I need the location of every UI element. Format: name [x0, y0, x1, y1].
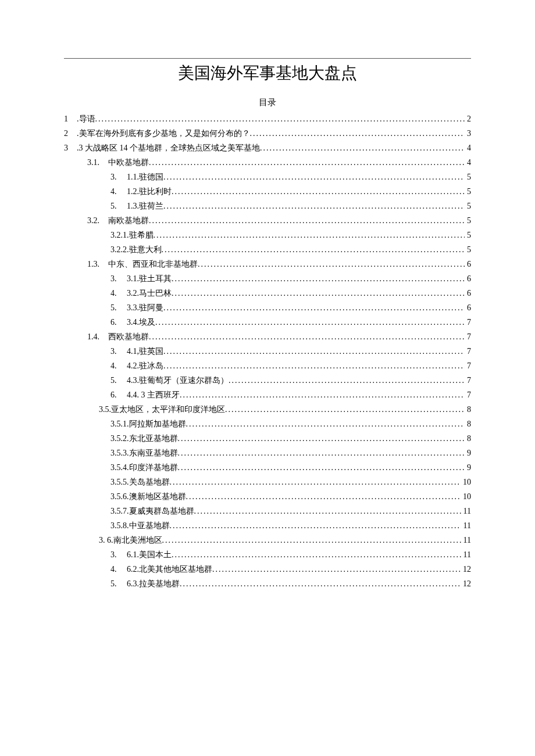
toc-leader-dots — [250, 130, 465, 138]
toc-entry[interactable]: 3.5.3.东南亚基地群9 — [64, 446, 471, 460]
toc-entry-label: 2.美军在海外到底有多少基地，又是如何分布的？ — [64, 130, 250, 138]
toc-leader-dots — [95, 115, 465, 123]
toc-entry-page: 4 — [465, 144, 471, 152]
toc-entry[interactable]: 4.3.2.马士巴林6 — [64, 286, 471, 300]
toc-entry-text: 6.南北美洲地区 — [105, 536, 162, 544]
toc-entry-text: 3.2.马士巴林 — [127, 289, 172, 298]
toc-entry-label: 1.导语 — [64, 115, 95, 123]
toc-entry-label: 3.5.2.东北亚基地群 — [110, 435, 178, 443]
toc-entry[interactable]: 1.导语2 — [64, 112, 471, 126]
toc-entry[interactable]: 3.5.7.夏威夷群岛基地群11 — [64, 504, 471, 518]
toc-leader-dots — [170, 522, 461, 530]
toc-leader-dots — [260, 144, 465, 152]
toc-entry-text: 3.5.3.东南亚基地群 — [110, 449, 178, 457]
toc-entry-page: 11 — [461, 507, 471, 515]
toc-entry[interactable]: 3.5.4.印度洋基地群9 — [64, 460, 471, 475]
toc-entry-text: 中欧基地群 — [108, 158, 149, 167]
toc-entry[interactable]: 5.1.3.驻荷兰5 — [64, 199, 471, 213]
toc-entry-number: 3. — [110, 173, 127, 181]
toc-entry-label: 4.3.2.马士巴林 — [110, 289, 172, 298]
toc-entry[interactable]: 6.3.4.埃及7 — [64, 315, 471, 329]
toc-entry[interactable]: 3.1.中欧基地群 4 — [64, 155, 471, 170]
toc-entry-text: 3.1.驻土耳其 — [127, 274, 172, 283]
toc-entry[interactable]: 4.1.2.驻比利时5 — [64, 184, 471, 199]
toc-leader-dots — [180, 580, 461, 588]
toc-entry-page: 10 — [461, 493, 471, 501]
toc-entry[interactable]: 3. 6.南北美洲地区 11 — [64, 533, 471, 547]
toc-entry[interactable]: 3.5.8.中亚基地群11 — [64, 518, 471, 533]
toc-entry-label: 6.4.4. 3 主西班牙 — [110, 391, 180, 399]
toc-entry-text: 3.5.7.夏威夷群岛基地群 — [110, 507, 194, 515]
toc-entry[interactable]: 3.2.1.驻希腊5 — [64, 228, 471, 242]
toc-entry[interactable]: 5.3.3.驻阿曼6 — [64, 300, 471, 315]
toc-entry[interactable]: 3.5.1.阿拉斯加基地群8 — [64, 417, 471, 431]
toc-entry[interactable]: 3.4.1,驻英国7 — [64, 344, 471, 359]
toc-entry-label: 3.3 大战略区 14 个基地群，全球热点区域之美军基地 — [64, 144, 260, 152]
toc-entry[interactable]: 3.5.2.东北亚基地群8 — [64, 431, 471, 446]
toc-entry-text: 4.4. 3 主西班牙 — [127, 390, 180, 399]
toc-entry[interactable]: 1.3.中东、西亚和北非基地群 6 — [64, 257, 471, 271]
toc-entry[interactable]: 3.5.5.关岛基地群10 — [64, 475, 471, 489]
toc-entry-text: 3.5.2.东北亚基地群 — [110, 434, 178, 443]
toc-entry[interactable]: 3.1.1.驻德国5 — [64, 170, 471, 184]
toc-entry-label: 1.4.西欧基地群 — [87, 333, 149, 341]
toc-entry-label: 5.3.3.驻阿曼 — [110, 304, 163, 312]
toc-entry[interactable]: 4.4.2.驻冰岛7 — [64, 359, 471, 373]
toc-leader-dots — [178, 435, 465, 443]
toc-leader-dots — [212, 565, 461, 574]
toc-entry-number: 3. — [110, 275, 127, 283]
toc-entry-text: 南欧基地群 — [108, 216, 149, 225]
toc-entry[interactable]: 3.3.1.驻土耳其6 — [64, 271, 471, 286]
toc-entry-number: 3 — [64, 144, 77, 152]
toc-leader-dots — [162, 536, 461, 544]
toc-entry[interactable]: 3.2.南欧基地群 5 — [64, 213, 471, 228]
toc-leader-dots — [163, 173, 465, 181]
toc-entry[interactable]: 3.3 大战略区 14 个基地群，全球热点区域之美军基地 4 — [64, 141, 471, 155]
toc-entry-page: 5 — [465, 173, 471, 181]
document-page: 美国海外军事基地大盘点 目录 1.导语22.美军在海外到底有多少基地，又是如何分… — [0, 0, 535, 637]
toc-leader-dots — [163, 202, 465, 210]
toc-entry-text: 1.3.驻荷兰 — [127, 202, 163, 210]
toc-entry-page: 8 — [465, 406, 471, 414]
toc-entry[interactable]: 2.美军在海外到底有多少基地，又是如何分布的？ 3 — [64, 126, 471, 141]
toc-leader-dots — [162, 246, 465, 254]
toc-leader-dots — [163, 362, 465, 370]
toc-entry-page: 8 — [465, 420, 471, 428]
toc-entry-number: 3.1. — [87, 159, 108, 167]
toc-entry-label: 5.1.3.驻荷兰 — [110, 202, 163, 210]
toc-entry-text: 西欧基地群 — [108, 332, 149, 341]
toc-leader-dots — [149, 217, 465, 225]
toc-entry-text: 1.2.驻比利时 — [127, 187, 172, 196]
toc-entry[interactable]: 5.4.3.驻葡萄牙（亚速尔群岛） 7 — [64, 373, 471, 388]
toc-leader-dots — [163, 347, 465, 356]
toc-entry-page: 7 — [465, 377, 471, 385]
table-of-contents: 1.导语22.美军在海外到底有多少基地，又是如何分布的？ 33.3 大战略区 1… — [64, 112, 471, 591]
toc-entry[interactable]: 6.4.4. 3 主西班牙7 — [64, 388, 471, 402]
toc-entry[interactable]: 3.6.1.美国本土11 — [64, 547, 471, 562]
toc-entry-label: 3.2.2.驻意大利 — [110, 246, 162, 254]
toc-entry-number: 6. — [110, 391, 127, 399]
toc-entry[interactable]: 3.5.6.澳新地区基地群10 — [64, 489, 471, 504]
toc-leader-dots — [186, 493, 461, 501]
toc-entry[interactable]: 3.2.2.驻意大利5 — [64, 242, 471, 257]
toc-entry[interactable]: 3.5.亚太地区，太平洋和印度洋地区 8 — [64, 402, 471, 417]
toc-entry[interactable]: 1.4.西欧基地群 7 — [64, 329, 471, 344]
toc-entry-label: 5.6.3.拉美基地群 — [110, 580, 180, 588]
toc-entry[interactable]: 4.6.2.北美其他地区基地群12 — [64, 562, 471, 576]
toc-entry-number: 5. — [110, 304, 127, 312]
toc-leader-dots — [149, 333, 465, 341]
toc-leader-dots — [180, 391, 465, 399]
toc-entry-text: 4.3.驻葡萄牙（亚速尔群岛） — [127, 376, 229, 385]
toc-entry[interactable]: 5.6.3.拉美基地群12 — [64, 576, 471, 591]
toc-leader-dots — [225, 406, 465, 414]
toc-entry-number: 3. — [99, 536, 105, 544]
toc-entry-label: 3.5.8.中亚基地群 — [110, 522, 170, 530]
top-rule — [64, 58, 471, 59]
toc-entry-number: 2 — [64, 130, 77, 138]
toc-entry-label: 4.1.2.驻比利时 — [110, 188, 172, 196]
toc-entry-page: 12 — [461, 580, 471, 588]
toc-entry-number: 6. — [110, 318, 127, 327]
toc-entry-text: .美军在海外到底有多少基地，又是如何分布的？ — [77, 129, 250, 138]
toc-entry-number: 4. — [110, 289, 127, 298]
toc-entry-label: 3. 6.南北美洲地区 — [99, 536, 162, 544]
